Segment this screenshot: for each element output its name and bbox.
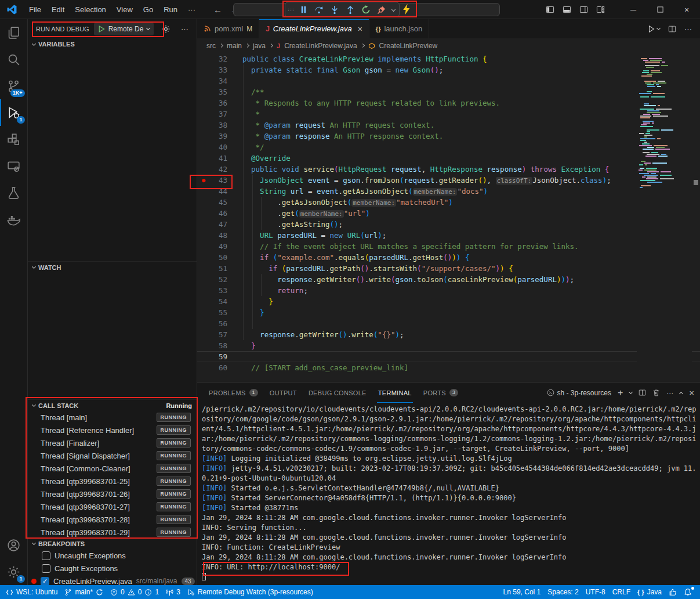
split-terminal-icon[interactable] (639, 389, 646, 396)
line-number[interactable]: 39 (210, 131, 227, 142)
code-line[interactable]: 59 (197, 351, 700, 362)
call-stack-thread[interactable]: Thread [qtp399683701-25]RUNNING (28, 475, 197, 488)
step-over-icon[interactable] (311, 3, 327, 16)
code-line[interactable]: 54 } (197, 296, 700, 307)
line-number[interactable]: 35 (210, 86, 227, 98)
line-number[interactable]: 40 (210, 142, 227, 153)
line-number[interactable]: 41 (210, 153, 227, 164)
toggle-sidebar-icon[interactable] (546, 5, 554, 14)
toggle-secondary-sidebar-icon[interactable] (579, 5, 588, 14)
watch-header[interactable]: WATCH (28, 261, 197, 273)
line-number[interactable]: 32 (210, 53, 227, 64)
line-number[interactable]: 53 (210, 285, 227, 296)
step-out-icon[interactable] (343, 3, 358, 16)
pause-icon[interactable] (296, 3, 311, 16)
git-branch-indicator[interactable]: main* (61, 585, 107, 599)
tab-terminal[interactable]: TERMINAL (372, 383, 418, 403)
breakpoints-header[interactable]: BREAKPOINTS (28, 537, 197, 549)
tab-close-icon[interactable]: × (358, 24, 362, 34)
notifications-bell-icon[interactable] (680, 585, 695, 599)
code-line[interactable]: 58 } (197, 340, 700, 351)
code-line[interactable]: 37 * (197, 109, 700, 120)
glyph-margin[interactable] (197, 120, 210, 131)
code-line[interactable]: ●43 JsonObject event = gson.fromJson(req… (197, 175, 700, 186)
problems-indicator[interactable]: 0 0 1 (107, 585, 162, 599)
code-line[interactable]: 42 public void service(HttpRequest reque… (197, 164, 700, 175)
code-line[interactable]: 47 .getAsString(); (197, 219, 700, 230)
code-line[interactable]: 48 URL parsedURL = new URL(url); (197, 230, 700, 241)
checkbox-checked[interactable]: ✓ (41, 577, 49, 586)
breadcrumb-class[interactable]: CreateLinkPreview (379, 42, 438, 50)
line-number[interactable]: 60 (210, 362, 227, 373)
code-editor[interactable]: 32public class CreateLinkPreview impleme… (197, 53, 700, 382)
glyph-margin[interactable] (197, 307, 210, 318)
call-stack-thread[interactable]: Thread [Common-Cleaner]RUNNING (28, 462, 197, 475)
glyph-margin[interactable] (197, 230, 210, 241)
activity-remote-explorer[interactable] (0, 153, 28, 179)
glyph-margin[interactable] (197, 208, 210, 219)
code-line[interactable]: 52 response.getWriter().write(gson.toJso… (197, 274, 700, 285)
glyph-margin[interactable] (197, 263, 210, 274)
run-java-button[interactable] (647, 25, 660, 33)
code-line[interactable]: 35 /** (197, 86, 700, 98)
line-number[interactable]: 59 (210, 351, 227, 362)
menu-more[interactable]: ··· (183, 3, 201, 16)
customize-layout-icon[interactable] (596, 5, 605, 14)
menu-edit[interactable]: Edit (46, 3, 70, 16)
menu-file[interactable]: File (24, 3, 46, 16)
code-line[interactable]: 49 // If the event object URL matches a … (197, 241, 700, 252)
cursor-position[interactable]: Ln 59, Col 1 (500, 585, 545, 599)
activity-testing[interactable] (0, 179, 28, 206)
breadcrumb-file[interactable]: CreateLinkPreview.java (284, 42, 357, 50)
code-line[interactable]: 44 String url = event.getAsJsonObject(me… (197, 186, 700, 197)
line-number[interactable]: 38 (210, 120, 227, 131)
accounts-icon[interactable] (0, 532, 28, 558)
glyph-margin[interactable] (197, 153, 210, 164)
breakpoint-uncaught-exceptions[interactable]: Uncaught Exceptions (28, 549, 197, 562)
line-number[interactable]: 33 (210, 64, 227, 75)
breadcrumb-java[interactable]: java (253, 42, 266, 50)
line-number[interactable]: 43 (210, 175, 227, 186)
line-number[interactable]: 37 (210, 109, 227, 120)
tab-pom-xml[interactable]: pom.xml M (197, 19, 259, 38)
line-number[interactable]: 57 (210, 329, 227, 340)
call-stack-thread[interactable]: Thread [qtp399683701-28]RUNNING (28, 513, 197, 526)
line-number[interactable]: 44 (210, 186, 227, 197)
code-line[interactable]: 40 */ (197, 142, 700, 153)
glyph-margin[interactable] (197, 340, 210, 351)
call-stack-thread[interactable]: Thread [Signal Dispatcher]RUNNING (28, 449, 197, 462)
call-stack-thread[interactable]: Thread [Finalizer]RUNNING (28, 436, 197, 449)
line-number[interactable]: 50 (210, 252, 227, 263)
glyph-margin[interactable] (197, 329, 210, 340)
activity-search[interactable] (0, 46, 28, 73)
variables-header[interactable]: VARIABLES (28, 38, 197, 50)
code-line[interactable]: 36 * Responds to any HTTP request relate… (197, 98, 700, 109)
checkbox-unchecked[interactable] (42, 564, 50, 573)
terminal-instance[interactable]: sh - 3p-resources (547, 389, 611, 397)
call-stack-thread[interactable]: Thread [qtp399683701-29]RUNNING (28, 526, 197, 539)
glyph-margin[interactable] (197, 285, 210, 296)
line-number[interactable]: 52 (210, 274, 227, 285)
glyph-margin[interactable] (197, 274, 210, 285)
ports-indicator[interactable]: 3 (162, 585, 184, 599)
code-line[interactable]: 51 if (parsedURL.getPath().startsWith("/… (197, 263, 700, 274)
terminal-output[interactable]: /pierrick/.m2/repository/io/cloudevents/… (197, 403, 700, 585)
close-panel-icon[interactable]: × (689, 388, 694, 398)
debug-dropdown-chevron-icon[interactable] (391, 8, 396, 12)
glyph-margin[interactable] (197, 186, 210, 197)
tab-problems[interactable]: PROBLEMS1 (203, 383, 264, 403)
glyph-margin[interactable] (197, 64, 210, 75)
line-number[interactable]: 36 (210, 98, 227, 109)
debug-session-indicator[interactable]: Remote Debug Watch (3p-resources) (184, 585, 317, 599)
activity-docker[interactable] (0, 206, 28, 233)
line-number[interactable]: 49 (210, 241, 227, 252)
code-line[interactable]: 46 .get(memberName:"url") (197, 208, 700, 219)
close-window-button[interactable]: × (673, 0, 700, 19)
tab-output[interactable]: OUTPUT (264, 383, 303, 403)
glyph-margin[interactable] (197, 98, 210, 109)
launch-config-dropdown[interactable]: Remote De (94, 23, 154, 35)
menu-selection[interactable]: Selection (70, 3, 111, 16)
code-line[interactable]: 39 * @param response An HTTP response co… (197, 131, 700, 142)
new-terminal-icon[interactable]: + (618, 388, 623, 398)
views-more-actions-icon[interactable]: ··· (178, 23, 191, 35)
